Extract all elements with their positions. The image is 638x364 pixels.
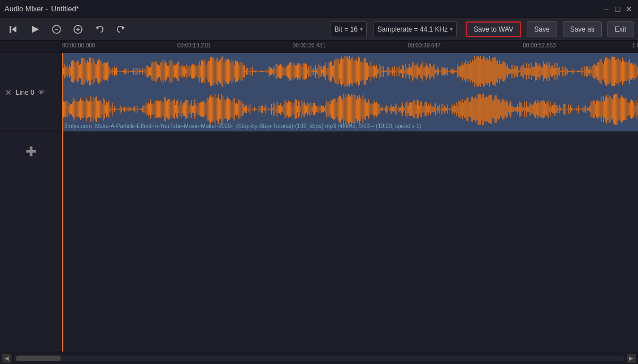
svg-rect-983 [585, 105, 585, 113]
add-track-button[interactable]: ✚ [23, 143, 40, 160]
close-window-button[interactable]: ✕ [624, 5, 633, 14]
svg-rect-287 [375, 67, 375, 76]
exit-button[interactable]: Exit [607, 21, 633, 37]
svg-rect-444 [552, 65, 553, 77]
svg-rect-180 [254, 71, 255, 72]
svg-rect-831 [413, 100, 414, 118]
svg-rect-646 [205, 102, 205, 116]
svg-rect-14 [67, 65, 67, 77]
svg-rect-398 [500, 64, 501, 80]
svg-rect-404 [507, 64, 507, 78]
scroll-left-button[interactable]: ◀ [2, 354, 11, 363]
samplerate-control[interactable]: Samplerate = 44.1 KHz ▾ [374, 21, 457, 37]
bit-control[interactable]: Bit = 16 ▾ [331, 21, 367, 37]
svg-rect-133 [201, 60, 202, 82]
svg-rect-964 [563, 104, 564, 115]
svg-rect-414 [518, 70, 519, 73]
track-0-eye-icon[interactable]: 👁 [38, 88, 47, 97]
svg-rect-553 [99, 100, 100, 118]
svg-rect-411 [515, 67, 515, 75]
svg-rect-524 [67, 101, 67, 117]
svg-rect-309 [400, 69, 400, 73]
svg-rect-95 [158, 65, 159, 77]
svg-rect-498 [613, 57, 614, 86]
svg-rect-728 [297, 106, 298, 113]
svg-rect-1000 [604, 100, 605, 117]
svg-rect-162 [234, 65, 235, 77]
undo-button[interactable] [90, 21, 108, 37]
svg-rect-1026 [633, 102, 634, 117]
rewind-button[interactable] [5, 21, 23, 37]
svg-rect-126 [193, 65, 194, 78]
save-as-button[interactable]: Save as [563, 21, 602, 37]
svg-rect-221 [301, 64, 301, 79]
svg-rect-606 [159, 102, 160, 117]
svg-rect-450 [559, 67, 559, 76]
svg-rect-326 [419, 68, 419, 75]
track-0-clip[interactable]: 3mlya.com_Make-A-Particle-Effect-In-YouT… [62, 53, 638, 131]
scroll-track[interactable] [14, 356, 624, 361]
svg-rect-533 [77, 102, 77, 117]
svg-rect-405 [508, 68, 509, 74]
svg-rect-432 [539, 63, 539, 80]
svg-rect-615 [170, 99, 170, 119]
svg-rect-937 [533, 103, 533, 115]
svg-rect-909 [501, 101, 502, 118]
svg-rect-840 [423, 106, 424, 112]
track-0-close-button[interactable]: ✕ [5, 89, 12, 97]
svg-rect-673 [235, 103, 236, 115]
svg-rect-192 [268, 70, 268, 72]
svg-rect-623 [179, 106, 179, 113]
save-button[interactable]: Save [527, 21, 557, 37]
svg-rect-506 [622, 58, 623, 85]
svg-rect-257 [341, 56, 342, 86]
svg-rect-570 [119, 108, 119, 110]
play-button[interactable] [26, 21, 44, 37]
svg-rect-846 [430, 103, 431, 115]
zoom-out-button[interactable] [47, 21, 66, 37]
svg-rect-1013 [619, 99, 619, 120]
svg-rect-100 [164, 63, 164, 80]
svg-rect-215 [294, 63, 294, 80]
svg-rect-31 [86, 63, 86, 80]
svg-rect-231 [312, 71, 313, 72]
track-0-lane[interactable]: 3mlya.com_Make-A-Particle-Effect-In-YouT… [62, 53, 638, 132]
svg-rect-437 [544, 64, 545, 79]
svg-rect-307 [397, 71, 398, 72]
svg-rect-890 [480, 94, 480, 125]
svg-rect-272 [358, 56, 358, 86]
svg-rect-997 [601, 97, 601, 121]
svg-rect-781 [357, 96, 357, 123]
svg-rect-325 [418, 67, 418, 76]
redo-button[interactable] [112, 21, 130, 37]
minimize-button[interactable]: – [602, 5, 611, 14]
svg-rect-240 [322, 69, 323, 73]
waveform-top [62, 56, 638, 87]
svg-rect-203 [280, 64, 281, 78]
svg-rect-636 [193, 106, 194, 113]
save-to-wav-button[interactable]: Save to WAV [466, 21, 521, 37]
svg-rect-993 [596, 101, 597, 117]
svg-rect-222 [302, 67, 302, 76]
svg-rect-810 [389, 107, 390, 111]
track-content: 3mlya.com_Make-A-Particle-Effect-In-YouT… [62, 53, 638, 352]
zoom-in-button[interactable] [69, 21, 87, 37]
svg-rect-366 [464, 63, 465, 80]
svg-rect-979 [580, 109, 581, 110]
svg-rect-797 [375, 103, 375, 115]
svg-rect-186 [261, 71, 262, 72]
scroll-right-button[interactable]: ▶ [627, 354, 636, 363]
maximize-button[interactable]: □ [613, 5, 622, 14]
svg-rect-972 [572, 109, 573, 110]
svg-rect-82 [144, 71, 144, 72]
svg-rect-119 [185, 69, 186, 73]
scroll-thumb[interactable] [16, 356, 61, 361]
app-name: Audio Mixer - [5, 5, 48, 13]
svg-rect-434 [541, 67, 541, 75]
svg-rect-393 [494, 57, 495, 86]
svg-rect-294 [383, 66, 383, 77]
svg-rect-667 [228, 99, 229, 120]
svg-rect-166 [238, 63, 239, 80]
svg-rect-707 [274, 103, 274, 116]
svg-rect-252 [336, 59, 336, 84]
